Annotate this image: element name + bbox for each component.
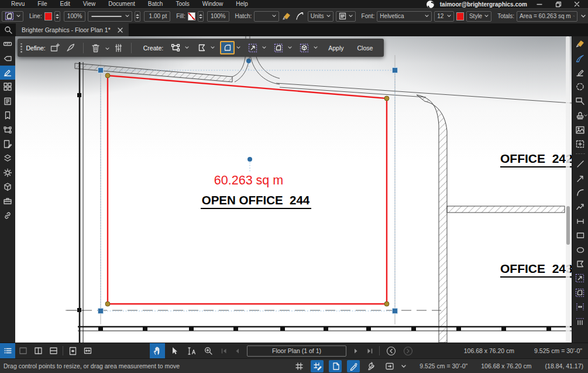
properties-panel-button[interactable]: [0, 94, 15, 108]
arrow-tool-button[interactable]: [572, 172, 588, 186]
current-tool-dropdown[interactable]: [2, 11, 23, 22]
create-area-tool-selected[interactable]: [220, 41, 235, 54]
document-tab[interactable]: Brighter Graphics - Floor Plan 1*: [16, 23, 129, 36]
highlight-mode-button[interactable]: [281, 11, 292, 22]
tab-close-icon[interactable]: [118, 28, 123, 33]
highlighter-tool-button[interactable]: [572, 37, 588, 51]
stroke-width-stepper[interactable]: [135, 11, 140, 22]
previous-page-button[interactable]: [231, 343, 243, 358]
next-view-button[interactable]: [400, 343, 415, 358]
bookmarks-panel-button[interactable]: [0, 108, 15, 122]
menu-edit[interactable]: Edit: [53, 0, 76, 8]
single-pane-button[interactable]: [15, 343, 30, 358]
measure-count-tool-button[interactable]: [572, 300, 588, 314]
toolbar-overflow-chevron[interactable]: [580, 11, 586, 22]
stamp-chevron-icon[interactable]: [584, 114, 587, 117]
create-polygon-chevron[interactable]: [211, 46, 215, 49]
area-measurement-polygon[interactable]: [108, 76, 387, 304]
totals-dropdown[interactable]: Area = 60.263 sq m: [517, 11, 577, 22]
delete-chevron[interactable]: [105, 45, 109, 52]
pan-tool-button[interactable]: [150, 343, 165, 358]
polyline-tool-button[interactable]: [572, 200, 588, 214]
thumbnails-panel-button[interactable]: [0, 80, 15, 94]
space-settings-button[interactable]: [112, 42, 125, 54]
menu-batch[interactable]: Batch: [142, 0, 170, 8]
scrollbar-thumb[interactable]: [566, 206, 570, 245]
fit-page-button[interactable]: [65, 343, 80, 358]
create-volume-chevron[interactable]: [314, 46, 318, 49]
layers-panel-button[interactable]: [0, 151, 15, 165]
line-opacity-value[interactable]: 100%: [64, 11, 86, 22]
create-volume-tool[interactable]: [297, 41, 312, 54]
measure-perimeter-tool-button[interactable]: [572, 271, 588, 285]
stroke-width-value[interactable]: 1.00 pt: [144, 11, 170, 22]
sketch-to-scale-button[interactable]: [365, 360, 378, 372]
pen-tool-button[interactable]: [572, 51, 588, 65]
measure-spacing-tool-button[interactable]: [572, 314, 588, 328]
ellipse-tool-button[interactable]: [572, 242, 588, 256]
split-horizontal-button[interactable]: [46, 343, 61, 358]
next-page-button[interactable]: [350, 343, 362, 358]
create-space-tool[interactable]: [169, 41, 183, 54]
previous-view-button[interactable]: [383, 343, 398, 358]
select-tool-button[interactable]: [167, 343, 182, 358]
dimension-tool-button[interactable]: [572, 214, 588, 228]
menu-file[interactable]: File: [31, 0, 53, 8]
snapshot-tool-button[interactable]: [572, 137, 588, 151]
zoom-tool-button[interactable]: [201, 343, 216, 358]
3d-model-panel-button[interactable]: [0, 180, 15, 194]
minimize-button[interactable]: [533, 0, 546, 8]
markup-list-toggle-button[interactable]: [0, 343, 15, 358]
delete-button[interactable]: [90, 42, 102, 54]
arc-tool-button[interactable]: [572, 186, 588, 200]
canvas-vertical-scrollbar[interactable]: [566, 36, 570, 343]
rotate-control-point[interactable]: [246, 59, 251, 63]
stamp-tool-button[interactable]: [572, 108, 588, 122]
style-dropdown[interactable]: Style: [466, 11, 491, 22]
create-area-chevron[interactable]: [236, 46, 240, 49]
tool-chest-panel-button[interactable]: [0, 194, 15, 208]
menu-window[interactable]: Window: [196, 0, 230, 8]
units-dropdown[interactable]: Units: [308, 11, 333, 22]
page-indicator[interactable]: Floor Plan (1 of 1): [247, 345, 346, 357]
select-text-button[interactable]: [184, 343, 199, 358]
create-cutout-chevron[interactable]: [288, 46, 292, 49]
close-window-button[interactable]: [570, 0, 583, 8]
font-family-dropdown[interactable]: Helvetica: [377, 11, 432, 22]
create-space-chevron[interactable]: [185, 46, 189, 49]
reuse-markup-button[interactable]: [383, 360, 396, 372]
account-email[interactable]: taimoor@brightergraphics.com: [440, 1, 527, 8]
search-button[interactable]: [0, 23, 16, 36]
center-control-point[interactable]: [247, 157, 252, 162]
cloud-tool-button[interactable]: [572, 80, 588, 94]
flags-panel-button[interactable]: [0, 51, 15, 65]
edit-curve-button[interactable]: [295, 11, 305, 22]
apply-button[interactable]: Apply: [323, 45, 349, 52]
last-page-button[interactable]: [364, 343, 376, 358]
settings-button[interactable]: [0, 166, 15, 180]
snap-to-markup-button[interactable]: [347, 360, 360, 372]
line-color-swatch[interactable]: [44, 12, 52, 20]
document-canvas[interactable]: OFFICE 242 OFFICE 243: [15, 36, 572, 343]
show-grid-button[interactable]: [293, 360, 305, 372]
fill-opacity-value[interactable]: 100%: [207, 11, 229, 22]
rectangle-tool-button[interactable]: [572, 228, 588, 242]
markup-list-panel-button[interactable]: [0, 137, 15, 151]
create-perimeter-chevron[interactable]: [262, 46, 266, 49]
create-perimeter-tool[interactable]: [246, 41, 260, 54]
line-style-dropdown[interactable]: [88, 11, 132, 22]
font-color-swatch[interactable]: [456, 12, 464, 20]
style-brush-button[interactable]: [64, 42, 77, 54]
underline-tool-button[interactable]: [572, 66, 588, 80]
create-cutout-tool[interactable]: [271, 41, 286, 54]
callout-tool-button[interactable]: [572, 94, 588, 108]
area-measurement-text[interactable]: 60.263 sq m: [214, 173, 283, 187]
menu-revu[interactable]: Revu: [5, 0, 31, 8]
first-page-button[interactable]: [218, 343, 229, 358]
measure-area-tool-button[interactable]: [572, 286, 588, 300]
close-button[interactable]: Close: [352, 45, 378, 52]
polygon-tool-button[interactable]: [572, 257, 588, 271]
create-polygon-tool[interactable]: [194, 41, 209, 54]
restore-button[interactable]: [552, 0, 565, 8]
fill-color-swatch[interactable]: [188, 12, 195, 20]
